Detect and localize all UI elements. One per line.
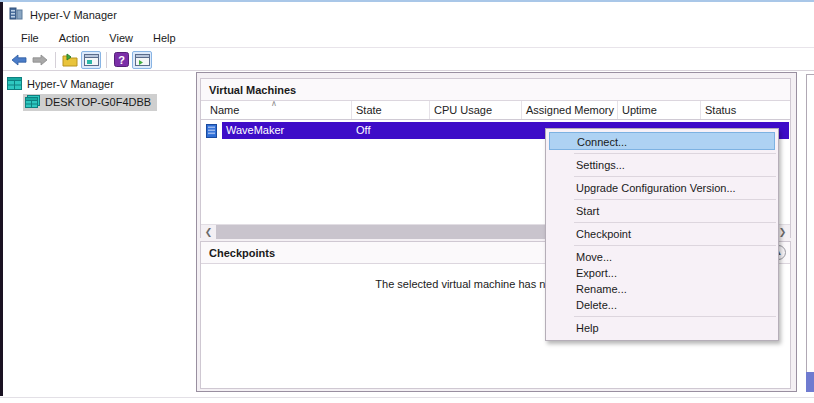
server-icon [25, 95, 40, 110]
menu-separator [574, 245, 776, 246]
column-cpu-usage[interactable]: CPU Usage [430, 101, 522, 119]
menu-separator [574, 316, 776, 317]
menu-help[interactable]: Help [143, 30, 186, 46]
menu-separator [574, 153, 776, 154]
column-name[interactable]: ∧ Name [201, 101, 352, 119]
menu-bar: File Action View Help [3, 28, 814, 48]
column-status[interactable]: Status [701, 101, 790, 119]
vm-icon [206, 124, 217, 140]
menu-separator [574, 222, 776, 223]
virtual-machines-header: Virtual Machines [201, 79, 790, 101]
context-menu-upgrade-configuration-version[interactable]: Upgrade Configuration Version... [546, 180, 778, 196]
console-tree: Hyper-V Manager DESKTOP-G0F4DBB [4, 72, 194, 392]
console-root-icon [7, 77, 22, 92]
vm-table-header: ∧ Name State CPU Usage Assigned Memory U… [201, 101, 790, 120]
scroll-left-icon[interactable]: ❮ [201, 225, 216, 239]
column-state[interactable]: State [352, 101, 430, 119]
column-uptime[interactable]: Uptime [618, 101, 701, 119]
context-menu-delete[interactable]: Delete... [546, 297, 778, 313]
hyperv-manager-window: Hyper-V Manager File Action View Help [0, 0, 814, 403]
context-menu-start[interactable]: Start [546, 203, 778, 219]
actions-pane-fragment [806, 372, 814, 392]
column-assigned-memory[interactable]: Assigned Memory [522, 101, 618, 119]
vm-state: Off [356, 124, 370, 136]
title-bar: Hyper-V Manager [3, 2, 814, 28]
svg-text:?: ? [118, 54, 125, 66]
help-icon[interactable]: ? [111, 51, 131, 69]
console-window-icon[interactable] [81, 51, 101, 69]
sort-asc-icon: ∧ [271, 101, 277, 108]
context-menu-checkpoint[interactable]: Checkpoint [546, 226, 778, 242]
toolbar: ? [3, 49, 814, 71]
menu-separator [574, 176, 776, 177]
context-menu-rename[interactable]: Rename... [546, 281, 778, 297]
toolbar-separator [106, 52, 107, 68]
window-bottom-border [0, 397, 814, 398]
show-console-tree-icon[interactable] [60, 51, 80, 69]
menu-action[interactable]: Action [49, 30, 100, 46]
menu-file[interactable]: File [11, 30, 49, 46]
app-icon [9, 7, 24, 23]
context-menu-help[interactable]: Help [546, 320, 778, 336]
server-label: DESKTOP-G0F4DBB [45, 96, 151, 108]
window-title: Hyper-V Manager [30, 9, 117, 21]
tree-root-hyperv-manager[interactable]: Hyper-V Manager [4, 76, 194, 92]
forward-icon[interactable] [30, 51, 50, 69]
context-menu-export[interactable]: Export... [546, 265, 778, 281]
back-icon[interactable] [9, 51, 29, 69]
context-menu-settings[interactable]: Settings... [546, 157, 778, 173]
vm-name: WaveMaker [226, 124, 284, 136]
actions-pane-edge [806, 74, 814, 392]
menu-separator [574, 199, 776, 200]
context-menu-move[interactable]: Move... [546, 249, 778, 265]
tree-item-server[interactable]: DESKTOP-G0F4DBB [23, 94, 194, 110]
action-pane-icon[interactable] [132, 51, 152, 69]
tree-root-label: Hyper-V Manager [27, 78, 114, 90]
menu-view[interactable]: View [99, 30, 143, 46]
vm-context-menu: Connect... Settings... Upgrade Configura… [545, 128, 779, 341]
context-menu-connect[interactable]: Connect... [549, 132, 775, 150]
toolbar-separator [55, 52, 56, 68]
